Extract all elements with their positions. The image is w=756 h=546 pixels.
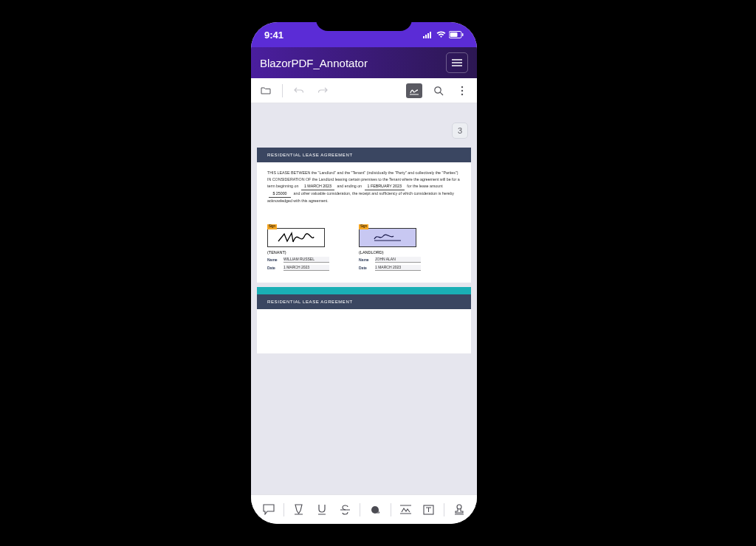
doc-body-text: THIS LEASE BETWEEN the "Landlord" and th… — [257, 162, 471, 204]
stamp-tool-icon[interactable] — [451, 502, 467, 518]
pdf-page-next: RESIDENTIAL LEASE AGREEMENT — [257, 287, 471, 353]
svg-point-25 — [457, 505, 461, 509]
hamburger-icon — [452, 59, 462, 66]
tenant-date-value: 1 MARCH 2023 — [284, 265, 329, 271]
svg-rect-6 — [462, 33, 464, 36]
signature-row: Sign (TENANT) NameWILLIAM RUSSEL Date1 M… — [257, 228, 471, 271]
more-options-icon[interactable] — [455, 83, 470, 98]
annotation-toolbar — [251, 494, 477, 524]
svg-point-13 — [461, 86, 463, 87]
tenant-signature-box[interactable]: Sign — [267, 228, 325, 247]
document-viewport[interactable]: 3 RESIDENTIAL LEASE AGREEMENT THIS LEASE… — [251, 103, 477, 494]
landlord-date-value: 1 MARCH 2023 — [375, 265, 421, 271]
tenant-name-label: Name — [267, 258, 281, 262]
svg-rect-2 — [427, 33, 429, 38]
landlord-name-label: Name — [359, 258, 372, 262]
app-title: BlazorPDF_Annotator — [260, 57, 368, 69]
svg-point-14 — [461, 89, 463, 91]
preamble-b: and ending on — [337, 184, 362, 188]
signature-tool-button[interactable] — [406, 83, 422, 98]
landlord-signature-box[interactable]: Sign — [359, 228, 416, 247]
redo-icon[interactable] — [315, 83, 330, 98]
comment-tool-icon[interactable] — [261, 502, 277, 518]
svg-rect-5 — [450, 32, 458, 37]
status-time: 9:41 — [264, 30, 284, 41]
search-icon[interactable] — [431, 83, 446, 98]
landlord-role-label: (LANDLORD) — [359, 250, 427, 255]
svg-rect-3 — [430, 32, 431, 38]
tenant-role-label: (TENANT) — [267, 250, 335, 255]
shape-tool-icon[interactable] — [368, 502, 384, 518]
tenant-signature-block: Sign (TENANT) NameWILLIAM RUSSEL Date1 M… — [267, 228, 335, 271]
tenant-name-value: WILLIAM RUSSEL — [284, 257, 329, 263]
separator — [444, 503, 444, 516]
separator — [360, 503, 360, 516]
highlight-tool-icon[interactable] — [291, 502, 307, 518]
svg-line-12 — [440, 92, 443, 95]
page-number: 3 — [458, 126, 462, 135]
svg-rect-1 — [425, 35, 427, 38]
amount-field[interactable]: $ 25000 — [269, 190, 291, 198]
doc-section-header: RESIDENTIAL LEASE AGREEMENT — [257, 148, 471, 162]
textbox-tool-icon[interactable] — [421, 502, 437, 518]
svg-point-11 — [435, 86, 441, 92]
page-number-chip[interactable]: 3 — [452, 122, 468, 139]
preamble-c: for the lease amount — [407, 184, 442, 188]
undo-icon[interactable] — [292, 83, 306, 98]
signal-icon — [423, 31, 433, 38]
device-notch — [316, 15, 412, 31]
underline-tool-icon[interactable] — [314, 502, 330, 518]
signature-icon — [409, 86, 419, 95]
landlord-signature-glyph — [371, 232, 404, 243]
landlord-name-value: JOHN ALAN — [375, 257, 421, 263]
doc-section-header-2: RESIDENTIAL LEASE AGREEMENT — [257, 294, 471, 309]
wifi-icon — [436, 31, 446, 38]
top-toolbar — [251, 78, 477, 103]
image-tool-icon[interactable] — [398, 502, 414, 518]
app-header: BlazorPDF_Annotator — [251, 47, 477, 78]
svg-rect-0 — [423, 36, 425, 38]
pdf-page: RESIDENTIAL LEASE AGREEMENT THIS LEASE B… — [257, 148, 471, 283]
separator — [282, 84, 283, 97]
landlord-date-label: Date — [359, 266, 372, 270]
tenant-date-label: Date — [267, 266, 281, 270]
term-start-field[interactable]: 1 MARCH 2023 — [301, 183, 334, 190]
open-folder-icon[interactable] — [258, 83, 273, 98]
strikethrough-tool-icon[interactable] — [337, 502, 353, 518]
svg-point-15 — [461, 93, 463, 94]
sign-tag: Sign — [359, 224, 368, 229]
separator — [391, 503, 391, 516]
tenant-signature-glyph — [275, 231, 317, 244]
landlord-signature-block: Sign (LANDLORD) NameJOHN ALAN Date1 MARC… — [359, 228, 427, 271]
battery-icon — [449, 31, 464, 38]
phone-frame: 9:41 BlazorPDF_Annotator — [244, 15, 484, 531]
sign-tag: Sign — [267, 224, 277, 229]
preamble-d: and other valuable consideration, the re… — [267, 191, 454, 203]
teal-divider-strip — [257, 287, 471, 294]
term-end-field[interactable]: 1 FEBRUARY 2023 — [365, 183, 405, 190]
menu-button[interactable] — [446, 52, 468, 73]
screen: 9:41 BlazorPDF_Annotator — [251, 22, 477, 524]
separator — [284, 503, 284, 516]
